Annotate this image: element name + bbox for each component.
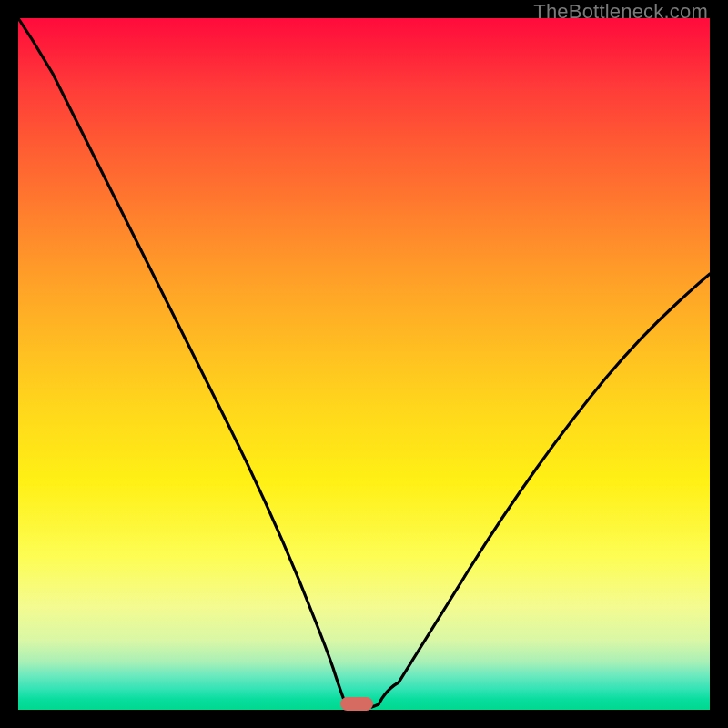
- watermark-text: TheBottleneck.com: [533, 0, 708, 24]
- chart-frame: TheBottleneck.com: [0, 0, 728, 728]
- bottleneck-curve: [18, 18, 710, 710]
- curve-right: [379, 274, 710, 704]
- bottleneck-marker: [340, 697, 373, 711]
- plot-area: [18, 18, 710, 710]
- curve-left: [18, 18, 348, 704]
